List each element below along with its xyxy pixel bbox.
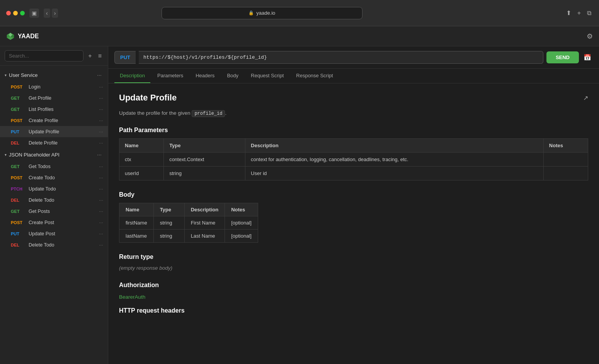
collection-more-btn[interactable]: ··· <box>95 72 103 78</box>
item-more-btn[interactable]: ··· <box>99 197 103 203</box>
cell-type: string <box>153 230 184 243</box>
request-name: Login <box>29 84 96 90</box>
request-name: Get Profile <box>29 95 96 101</box>
sidebar-item-delete-todo[interactable]: DEL Delete Todo ··· <box>0 194 108 206</box>
chevron-down-icon: ▾ <box>5 153 7 157</box>
sidebar-item-create-todo[interactable]: POST Create Todo ··· <box>0 172 108 183</box>
item-more-btn[interactable]: ··· <box>99 129 103 134</box>
item-more-btn[interactable]: ··· <box>99 231 103 236</box>
sidebar-collection-json-placeholder[interactable]: ▾ JSON Placeholder API ··· <box>0 148 108 161</box>
app-header: YAADE ⚙ <box>0 26 599 46</box>
section-title: Update Profile ↗ <box>119 93 588 103</box>
sidebar-item-delete-profile[interactable]: DEL Delete Profile ··· <box>0 137 108 148</box>
method-selector[interactable]: PUT <box>114 51 136 64</box>
item-more-btn[interactable]: ··· <box>99 106 103 112</box>
method-badge: PUT <box>11 129 26 134</box>
sidebar-toggle-btn[interactable]: ▣ <box>29 9 39 18</box>
tab-request-script[interactable]: Request Script <box>245 69 289 83</box>
collection-more-btn[interactable]: ··· <box>95 151 103 158</box>
sidebar-item-delete-todo2[interactable]: DEL Delete Todo ··· <box>0 239 108 250</box>
tab-body[interactable]: Body <box>221 69 244 83</box>
url-input[interactable] <box>139 51 543 64</box>
send-button[interactable]: SEND <box>546 51 579 63</box>
back-btn[interactable]: ‹ <box>44 9 50 18</box>
sidebar-item-list-profiles[interactable]: GET List Profiles ··· <box>0 104 108 115</box>
description-content: Update Profile ↗ Update the profile for … <box>108 83 599 364</box>
calendar-btn[interactable]: 📅 <box>582 52 593 63</box>
request-name: Update Post <box>29 231 96 236</box>
collection-name: User Service <box>9 72 93 78</box>
request-name: Get Posts <box>29 209 96 214</box>
cell-description: context for authentication, logging, can… <box>245 153 544 167</box>
cell-name: ctx <box>119 153 164 167</box>
sidebar-item-create-profile[interactable]: POST Create Profile ··· <box>0 115 108 126</box>
item-more-btn[interactable]: ··· <box>99 208 103 214</box>
cell-type: string <box>153 216 184 230</box>
item-more-btn[interactable]: ··· <box>99 140 103 146</box>
item-more-btn[interactable]: ··· <box>99 242 103 248</box>
item-more-btn[interactable]: ··· <box>99 84 103 90</box>
menu-btn[interactable]: ≡ <box>97 52 103 60</box>
add-collection-btn[interactable]: + <box>87 52 93 60</box>
item-more-btn[interactable]: ··· <box>99 186 103 192</box>
minimize-button[interactable] <box>13 11 18 15</box>
sidebar-item-get-posts[interactable]: GET Get Posts ··· <box>0 206 108 217</box>
method-badge: POST <box>11 85 26 89</box>
search-input[interactable] <box>5 50 83 61</box>
method-badge: GET <box>11 96 26 100</box>
item-more-btn[interactable]: ··· <box>99 163 103 169</box>
cell-name: firstName <box>119 216 154 230</box>
method-badge: PTCH <box>11 187 26 191</box>
sidebar-collection-user-service[interactable]: ▾ User Service ··· <box>0 69 108 81</box>
item-more-btn[interactable]: ··· <box>99 175 103 180</box>
tab-response-script[interactable]: Response Script <box>291 69 338 83</box>
sidebar-item-update-todo[interactable]: PTCH Update Todo ··· <box>0 183 108 194</box>
copy-window-btn[interactable]: ⧉ <box>585 9 593 17</box>
item-more-btn[interactable]: ··· <box>99 219 103 225</box>
share-btn[interactable]: ⬆ <box>565 9 573 17</box>
sidebar-item-create-post[interactable]: POST Create Post ··· <box>0 217 108 228</box>
tab-headers[interactable]: Headers <box>190 69 220 83</box>
external-link-btn[interactable]: ↗ <box>583 94 588 102</box>
item-more-btn[interactable]: ··· <box>99 95 103 101</box>
request-name: Delete Profile <box>29 140 96 146</box>
sidebar-item-get-todos[interactable]: GET Get Todos ··· <box>0 161 108 172</box>
method-badge: PUT <box>11 231 26 236</box>
sidebar-item-update-profile[interactable]: PUT Update Profile ··· <box>0 126 108 137</box>
tab-parameters[interactable]: Parameters <box>152 69 189 83</box>
method-badge: DEL <box>11 198 26 202</box>
item-more-btn[interactable]: ··· <box>99 117 103 123</box>
col-type: Type <box>164 139 245 153</box>
address-bar[interactable]: 🔒 yaade.io <box>162 7 362 19</box>
col-type: Type <box>153 203 184 216</box>
table-row: lastName string Last Name [optional] <box>119 230 258 243</box>
tabs-row: Description Parameters Headers Body Requ… <box>108 69 599 83</box>
new-tab-btn[interactable]: + <box>576 9 582 17</box>
maximize-button[interactable] <box>20 11 25 15</box>
chevron-down-icon: ▾ <box>5 73 7 77</box>
request-name: Create Post <box>29 220 96 225</box>
settings-btn[interactable]: ⚙ <box>587 32 593 41</box>
method-badge: GET <box>11 209 26 214</box>
cell-description: Last Name <box>184 230 225 243</box>
sidebar-item-login[interactable]: POST Login ··· <box>0 81 108 92</box>
request-name: Delete Todo <box>29 242 96 248</box>
method-badge: DEL <box>11 141 26 145</box>
tab-description[interactable]: Description <box>114 69 150 83</box>
return-type-value: (empty response body) <box>119 265 588 271</box>
close-button[interactable] <box>6 11 11 15</box>
cell-description: First Name <box>184 216 225 230</box>
bearer-auth-link[interactable]: BearerAuth <box>119 294 145 300</box>
sidebar-item-get-profile[interactable]: GET Get Profile ··· <box>0 92 108 104</box>
url-display: yaade.io <box>256 10 275 16</box>
lock-icon: 🔒 <box>248 10 254 15</box>
col-notes: Notes <box>543 139 588 153</box>
col-description: Description <box>184 203 225 216</box>
authorization-title: Authorization <box>119 282 588 289</box>
forward-btn[interactable]: › <box>52 9 58 18</box>
body-title: Body <box>119 191 588 198</box>
logo: YAADE <box>6 32 39 41</box>
body-table: Name Type Description Notes firstName st… <box>119 203 258 243</box>
sidebar-item-update-post[interactable]: PUT Update Post ··· <box>0 228 108 239</box>
col-name: Name <box>119 139 164 153</box>
